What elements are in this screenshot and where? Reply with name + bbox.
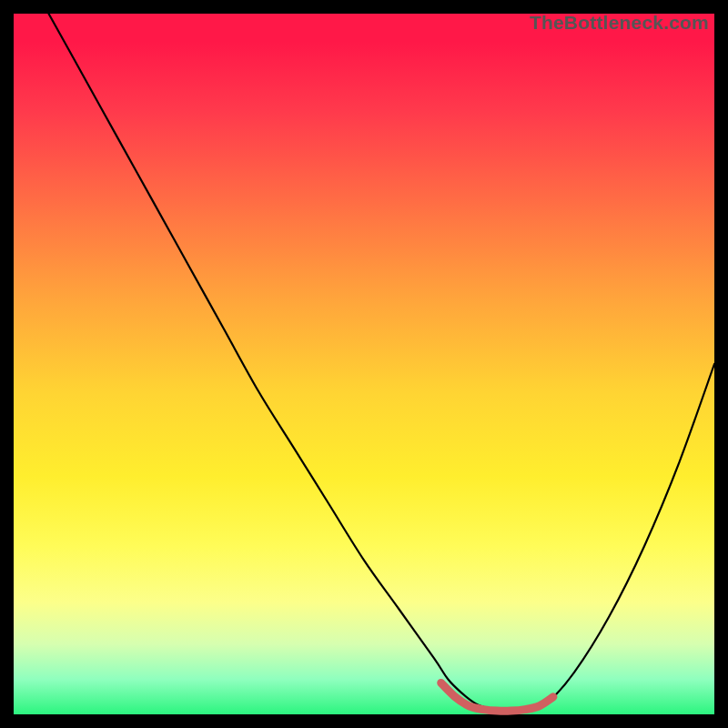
optimal-range-marker — [441, 682, 553, 711]
chart-frame: TheBottleneck.com — [14, 14, 714, 714]
bottleneck-curve — [49, 14, 715, 711]
watermark-text: TheBottleneck.com — [530, 12, 709, 34]
chart-svg — [14, 14, 714, 714]
